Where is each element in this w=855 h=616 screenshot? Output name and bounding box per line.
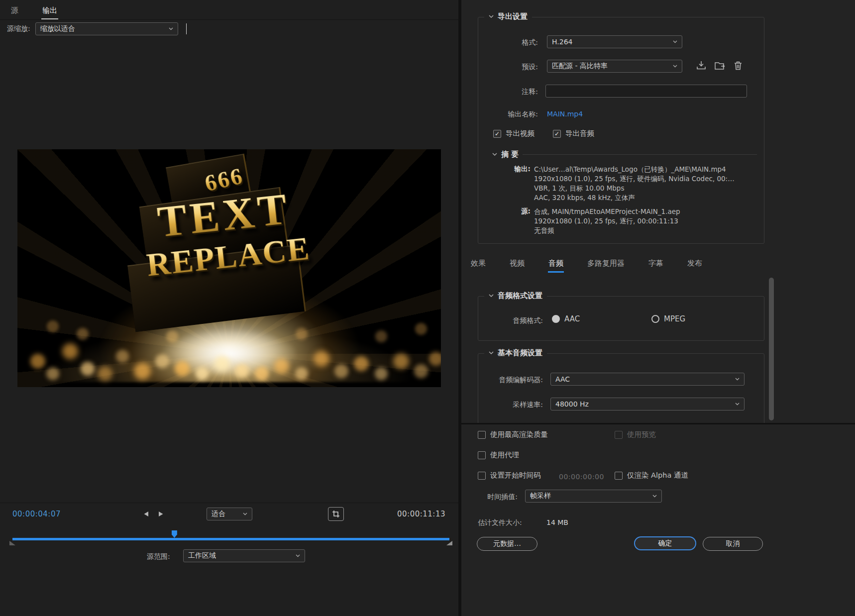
duration-timecode: 00:00:11:13 [397,510,445,518]
comment-input[interactable] [545,85,747,98]
audio-format-header[interactable]: 音频格式设置 [484,291,547,301]
aac-radio-label: AAC [564,314,580,323]
estimated-size-label: 估计文件大小: [478,518,522,527]
chevron-down-icon [735,378,740,381]
delete-preset-button[interactable] [734,61,742,70]
checkbox-box [478,472,486,480]
summary-header[interactable]: 摘 要 [492,150,757,159]
time-interpolation-label: 时间插值: [461,493,518,502]
next-frame-icon [158,511,164,517]
use-max-quality-checkbox[interactable]: 使用最高渲染质量 [478,430,548,439]
metadata-button[interactable]: 元数据… [477,537,537,551]
basic-audio-header[interactable]: 基本音频设置 [484,348,547,358]
source-scaling-value: 缩放以适合 [40,24,75,33]
import-preset-button[interactable] [715,61,726,70]
tab-effects[interactable]: 效果 [470,256,486,273]
work-area-bar[interactable] [12,538,449,540]
playhead[interactable] [172,530,177,538]
scrollbar[interactable] [769,278,774,420]
summary-source-lines: 合成, MAIN/tmpAEtoAMEProject-MAIN_1.aep 19… [534,207,680,235]
check-icon: ✓ [554,131,559,137]
format-value: H.264 [552,38,572,46]
import-preset-icon [715,61,726,70]
prev-frame-button[interactable] [143,511,149,517]
audio-codec-value: AAC [555,375,570,383]
set-start-timecode-label: 设置开始时间码 [490,471,541,480]
summary-line: C:\User…al\Temp\Awards_Logo（已转换）_AME\MAI… [534,165,735,174]
summary-line: AAC, 320 kbps, 48 kHz, 立体声 [534,193,735,203]
source-scaling-row: 源缩放: 缩放以适合 [0,20,458,37]
save-preset-button[interactable] [696,61,706,70]
sample-rate-value: 48000 Hz [555,400,589,408]
export-settings-header[interactable]: 导出设置 [484,12,532,21]
save-preset-icon [696,61,706,70]
chevron-down-icon [735,403,740,406]
checkbox-box [478,451,486,459]
source-scaling-select[interactable]: 缩放以适合 [35,22,178,35]
clip-start-marker [9,541,15,545]
clip-end-marker [446,541,452,545]
time-interpolation-select[interactable]: 帧采样 [525,490,662,503]
timeline[interactable] [12,532,449,545]
checkbox-box [615,472,623,480]
start-timecode-value: 00:00:00:00 [559,473,604,481]
zoom-level-value: 适合 [212,510,225,518]
checkbox-box [478,431,486,439]
tab-source[interactable]: 源 [10,2,19,19]
settings-tabbar: 效果 视频 音频 多路复用器 字幕 发布 [470,256,703,273]
tab-captions[interactable]: 字幕 [648,256,664,273]
mpeg-radio-label: MPEG [664,314,685,323]
output-name-link[interactable]: MAIN.mp4 [547,110,583,118]
use-proxies-checkbox[interactable]: 使用代理 [478,450,519,460]
crop-output-button[interactable] [328,507,344,521]
crop-icon [332,510,340,518]
summary-line: VBR, 1 次, 目标 10.00 Mbps [534,184,735,193]
chevron-down-icon [673,40,677,43]
sample-rate-select[interactable]: 48000 Hz [550,398,745,411]
settings-scroll-area: 导出设置 格式: H.264 预设: 匹配源 - 高比特率 [461,0,855,423]
current-timecode[interactable]: 00:00:04:07 [12,510,61,518]
audio-format-aac-radio[interactable]: AAC [552,314,580,323]
tab-publish[interactable]: 发布 [687,256,703,273]
export-settings-title: 导出设置 [498,12,528,21]
estimated-size-value: 14 MB [546,518,568,526]
format-select[interactable]: H.264 [547,35,682,48]
summary-output-label: 输出: [478,165,531,174]
preset-value: 匹配源 - 高比特率 [552,62,608,71]
tab-audio[interactable]: 音频 [548,256,564,273]
preview-panel: 源 输出 源缩放: 缩放以适合 666 TEXT REPLACE [0,0,458,616]
zoom-level-select[interactable]: 适合 [207,508,252,520]
text-caret [186,23,187,34]
audio-codec-select[interactable]: AAC [550,373,745,386]
source-range-label: 源范围: [147,552,170,561]
tab-multiplexer[interactable]: 多路复用器 [587,256,625,273]
preview-tabbar: 源 输出 [0,0,458,20]
cancel-button[interactable]: 取消 [703,537,763,551]
next-frame-button[interactable] [158,511,164,517]
use-previews-checkbox: 使用预览 [615,430,656,439]
summary-title: 摘 要 [501,150,519,159]
audio-format-group: 音频格式设置 音频格式: AAC MPEG [478,296,764,341]
export-video-checkbox[interactable]: ✓ 导出视频 [493,129,534,138]
export-audio-label: 导出音频 [565,129,594,138]
trash-icon [734,61,742,70]
radio-dot [651,315,659,323]
checkbox-box: ✓ [553,130,561,138]
source-range-select[interactable]: 工作区域 [183,549,305,562]
radio-dot [552,315,560,323]
preset-select[interactable]: 匹配源 - 高比特率 [547,60,682,73]
transport-bar: 00:00:04:07 适合 00:00:11:13 [0,503,458,616]
preset-label: 预设: [478,63,538,72]
export-audio-checkbox[interactable]: ✓ 导出音频 [553,129,594,138]
summary-line: 无音频 [534,226,680,235]
time-interpolation-value: 帧采样 [530,492,551,501]
ok-button[interactable]: 确定 [634,536,696,550]
tab-output[interactable]: 输出 [41,2,58,19]
prev-frame-icon [143,511,149,517]
set-start-timecode-checkbox[interactable]: 设置开始时间码 [478,471,541,480]
render-alpha-checkbox[interactable]: 仅渲染 Alpha 通道 [615,471,688,480]
audio-format-mpeg-radio[interactable]: MPEG [651,314,685,323]
collapse-chevron-icon [492,153,497,156]
tab-video[interactable]: 视频 [509,256,525,273]
video-logo: 666 TEXT REPLACE [128,158,321,282]
